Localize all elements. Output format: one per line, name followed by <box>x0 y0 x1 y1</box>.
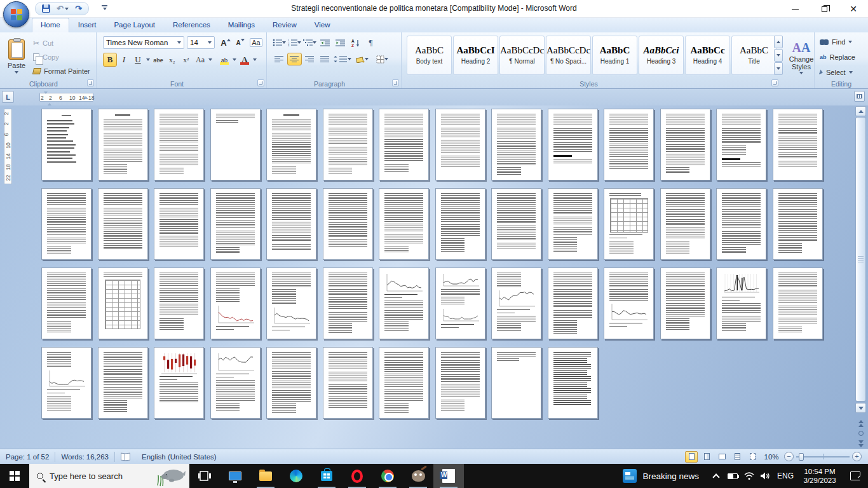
change-styles-button[interactable]: AA Change Styles <box>788 35 815 81</box>
scroll-down-button[interactable] <box>855 403 866 413</box>
action-center-button[interactable] <box>843 464 868 488</box>
zoom-level[interactable]: 10% <box>761 453 782 461</box>
underline-dropdown[interactable] <box>145 53 151 67</box>
page-thumbnail-43[interactable] <box>41 347 92 419</box>
styles-more-button[interactable] <box>774 62 783 75</box>
shrink-font-button[interactable]: A <box>233 36 247 49</box>
page-thumbnail-36[interactable] <box>435 268 485 339</box>
zoom-out-button[interactable]: − <box>784 452 794 461</box>
underline-button[interactable]: U <box>131 53 145 67</box>
redo-button[interactable]: ↷ <box>75 4 82 13</box>
replace-button[interactable]: abReplace <box>820 53 855 61</box>
page-thumbnail-21[interactable] <box>379 188 429 260</box>
proofing-status[interactable] <box>115 452 136 462</box>
superscript-button[interactable]: x² <box>179 53 193 67</box>
copy-button[interactable]: Copy <box>33 51 59 63</box>
page-thumbnail-13[interactable] <box>716 109 766 180</box>
borders-button[interactable] <box>372 53 391 65</box>
full-screen-reading-view-button[interactable] <box>700 451 713 463</box>
paste-button[interactable]: Paste <box>4 35 29 78</box>
page-thumbnail-34[interactable] <box>323 268 373 339</box>
select-browse-object-button[interactable] <box>855 428 866 438</box>
page-thumbnail-47[interactable] <box>266 347 316 419</box>
scrollbar-thumb[interactable] <box>855 117 866 402</box>
page-thumbnail-1[interactable] <box>41 109 92 180</box>
undo-button[interactable]: ↶ <box>57 4 69 13</box>
format-painter-button[interactable]: Format Painter <box>33 65 90 77</box>
align-right-button[interactable] <box>302 53 317 65</box>
page-thumbnail-45[interactable] <box>154 347 204 419</box>
find-button[interactable]: Find <box>820 38 852 46</box>
page-thumbnail-35[interactable] <box>379 268 429 339</box>
justify-button[interactable] <box>318 53 332 65</box>
page-thumbnail-22[interactable] <box>435 188 485 260</box>
bold-button[interactable]: B <box>103 53 117 67</box>
print-layout-view-button[interactable] <box>685 451 698 463</box>
draft-view-button[interactable] <box>746 451 759 463</box>
paragraph-dialog-launcher[interactable] <box>392 79 399 86</box>
page-thumbnail-40[interactable] <box>660 268 710 339</box>
style--no-spaci-[interactable]: AaBbCcDc¶ No Spaci... <box>546 36 591 75</box>
page-thumbnail-38[interactable] <box>548 268 598 339</box>
show-hidden-icons-button[interactable] <box>708 464 724 488</box>
language-switcher[interactable]: ENG <box>774 464 797 488</box>
page-thumbnail-51[interactable] <box>491 347 541 419</box>
app-chrome[interactable] <box>372 464 403 488</box>
clipboard-dialog-launcher[interactable] <box>87 79 94 86</box>
page-thumbnail-20[interactable] <box>323 188 373 260</box>
app-desktop[interactable] <box>220 464 250 488</box>
grow-font-button[interactable]: A <box>219 36 233 49</box>
tab-home[interactable]: Home <box>32 18 69 32</box>
styles-scroll-down-button[interactable] <box>774 49 783 62</box>
page-thumbnail-24[interactable] <box>548 188 598 260</box>
customize-qat-button[interactable] <box>102 5 107 10</box>
page-thumbnail-50[interactable] <box>435 347 485 419</box>
multilevel-list-button[interactable] <box>302 36 317 49</box>
page-thumbnail-19[interactable] <box>266 188 316 260</box>
style-heading-2[interactable]: AaBbCcIHeading 2 <box>453 36 498 75</box>
ruler-toggle-button[interactable] <box>854 91 865 102</box>
page-thumbnail-48[interactable] <box>323 347 373 419</box>
bullets-button[interactable] <box>272 36 287 49</box>
page-thumbnail-49[interactable] <box>379 347 429 419</box>
page-thumbnail-25[interactable] <box>604 188 654 260</box>
page-thumbnail-31[interactable] <box>154 268 204 339</box>
page-indicator[interactable]: Page: 1 of 52 <box>0 452 55 462</box>
task-view-button[interactable] <box>189 464 220 488</box>
decrease-indent-button[interactable] <box>318 36 332 49</box>
shading-button[interactable] <box>353 53 372 65</box>
minimize-button[interactable] <box>780 0 810 18</box>
next-page-button[interactable] <box>855 438 866 449</box>
show-hide-pilcrow-button[interactable]: ¶ <box>363 36 378 49</box>
font-color-button[interactable]: A <box>238 53 252 67</box>
web-layout-view-button[interactable] <box>715 451 728 463</box>
network-status[interactable] <box>741 464 757 488</box>
restore-button[interactable] <box>810 0 839 18</box>
page-thumbnail-23[interactable] <box>491 188 541 260</box>
app-file-explorer[interactable] <box>250 464 281 488</box>
app-microsoft-store[interactable] <box>311 464 342 488</box>
style-title[interactable]: AaBbCTitle <box>731 36 776 75</box>
align-left-button[interactable] <box>272 53 287 65</box>
page-thumbnail-28[interactable] <box>773 188 823 260</box>
numbering-button[interactable]: 123 <box>287 36 302 49</box>
page-thumbnail-9[interactable] <box>491 109 541 180</box>
tab-references[interactable]: References <box>164 18 219 32</box>
tab-review[interactable]: Review <box>264 18 306 32</box>
font-color-dropdown[interactable] <box>252 53 258 67</box>
office-button[interactable] <box>3 1 29 27</box>
tab-insert[interactable]: Insert <box>69 18 105 32</box>
news-widget[interactable]: Breaking news <box>614 464 708 488</box>
style-heading-4[interactable]: AaBbCcHeading 4 <box>685 36 730 75</box>
language-indicator[interactable]: English (United States) <box>136 452 222 462</box>
page-thumbnail-18[interactable] <box>210 188 261 260</box>
italic-button[interactable]: I <box>117 53 131 67</box>
horizontal-ruler[interactable]: 226101418 <box>39 93 93 102</box>
outline-view-button[interactable] <box>731 451 743 463</box>
previous-page-button[interactable] <box>855 418 866 428</box>
vertical-ruler[interactable]: 22610141822 <box>4 109 12 184</box>
word-count[interactable]: Words: 16,263 <box>55 452 115 462</box>
highlight-dropdown[interactable] <box>231 53 238 67</box>
save-button[interactable] <box>42 4 50 13</box>
start-button[interactable] <box>0 464 29 488</box>
